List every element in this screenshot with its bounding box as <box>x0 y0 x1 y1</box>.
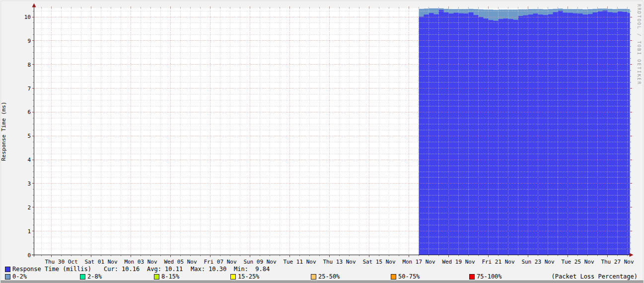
x-tick-label: Fri 07 Nov <box>204 259 237 265</box>
stat-max: Max: 10.30 <box>191 266 226 273</box>
loss-swatch-25-50 <box>311 274 316 280</box>
stat-avg: Avg: 10.11 <box>147 266 183 273</box>
loss-label-50-75: 50-75% <box>398 273 420 281</box>
loss-swatch-15-25 <box>230 274 236 280</box>
x-tick-label: Sun 23 Nov <box>521 259 555 265</box>
x-tick-label: Mon 17 Nov <box>402 259 435 265</box>
loss-swatch-0-2 <box>5 274 10 280</box>
y-tick-label: 1 <box>27 228 31 235</box>
x-tick-label: Tue 25 Nov <box>561 259 594 265</box>
x-tick-label: Wed 19 Nov <box>442 259 475 265</box>
loss-label-15-25: 15-25% <box>238 273 259 281</box>
stat-min: Min: 9.84 <box>234 266 270 273</box>
loss-swatch-50-75 <box>391 274 396 280</box>
x-tick-label: Thu 30 Oct <box>45 259 77 265</box>
y-axis-title: Response Time (ms) <box>1 101 7 161</box>
watermark-text: RRDTOOL / TOBI OETIKER <box>637 4 642 85</box>
loss-swatch-2-8 <box>80 274 85 280</box>
x-axis-arrow-icon <box>630 253 634 257</box>
stat-cur: Cur: 10.16 <box>104 266 140 273</box>
y-tick-label: 6 <box>27 109 31 115</box>
loss-label-2-8: 2-8% <box>87 273 102 281</box>
x-tick-label: Sat 15 Nov <box>362 259 396 265</box>
x-tick-label: Thu 27 Nov <box>601 259 634 265</box>
x-tick-label: Thu 13 Nov <box>323 259 356 265</box>
loss-label-25-50: 25-50% <box>318 273 340 281</box>
y-tick-label: 4 <box>27 157 31 163</box>
legend-packet-loss: 0-2%2-8%8-15%15-25%25-50%50-75%75-100%(P… <box>1 273 644 281</box>
y-tick-label: 5 <box>27 133 31 139</box>
rrdtool-graph-panel: 012345678910Thu 30 OctSat 01 NovMon 03 N… <box>0 0 644 281</box>
x-tick-label: Mon 03 Nov <box>124 259 157 265</box>
packet-loss-note: (Packet Loss Percentage) <box>552 273 638 281</box>
y-tick-label: 2 <box>27 204 31 211</box>
y-tick-label: 7 <box>27 86 31 92</box>
loss-label-75-100: 75-100% <box>477 273 502 281</box>
legend-response-time: Response Time (millis)Cur: 10.16Avg: 10.… <box>1 266 644 273</box>
loss-label-8-15: 8-15% <box>161 273 179 281</box>
loss-label-0-2: 0-2% <box>12 273 27 281</box>
rrdtool-graph-page: 012345678910Thu 30 OctSat 01 NovMon 03 N… <box>0 0 644 283</box>
x-tick-label: Wed 05 Nov <box>164 259 197 265</box>
response-swatch <box>5 267 10 272</box>
loss-swatch-75-100 <box>469 274 475 280</box>
x-tick-label: Tue 11 Nov <box>283 259 316 265</box>
x-tick-label: Sat 01 Nov <box>84 259 118 265</box>
response-legend-label: Response Time (millis) <box>12 266 91 273</box>
x-tick-label: Sun 09 Nov <box>243 259 277 265</box>
loss-swatch-8-15 <box>154 274 159 280</box>
y-tick-label: 9 <box>27 38 31 44</box>
y-axis-arrow-icon <box>32 3 36 7</box>
response-time-chart: 012345678910Thu 30 OctSat 01 NovMon 03 N… <box>1 1 644 266</box>
y-tick-label: 10 <box>24 14 31 20</box>
x-tick-label: Fri 21 Nov <box>482 259 515 265</box>
y-tick-label: 8 <box>27 62 31 68</box>
bottom-strip <box>0 281 644 283</box>
y-tick-label: 0 <box>27 252 31 259</box>
y-tick-label: 3 <box>27 181 31 187</box>
